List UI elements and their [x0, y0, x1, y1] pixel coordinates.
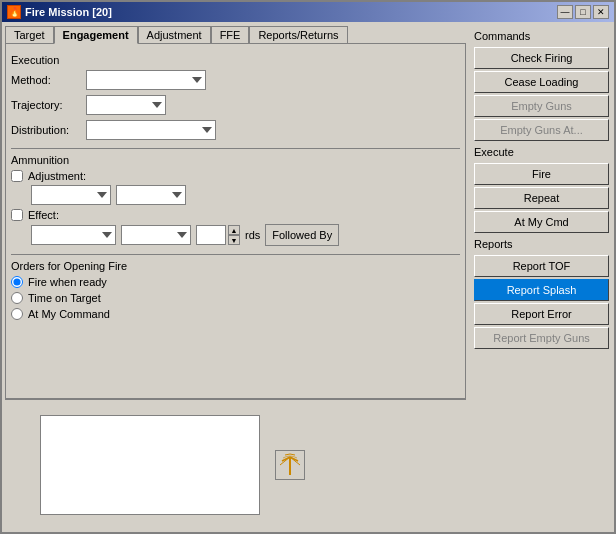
empty-guns-button[interactable]: Empty Guns	[474, 95, 609, 117]
radio-at-my-command[interactable]	[11, 308, 23, 320]
svg-rect-0	[289, 465, 291, 475]
execution-label: Execution	[11, 54, 460, 66]
tab-bar: Target Engagement Adjustment FFE Reports…	[5, 25, 466, 43]
orders-label: Orders for Opening Fire	[11, 260, 460, 272]
ammunition-label: Ammunition	[11, 154, 460, 166]
radio-row-2: Time on Target	[11, 292, 460, 304]
report-empty-guns-button[interactable]: Report Empty Guns	[474, 327, 609, 349]
adjustment-select-1[interactable]	[31, 185, 111, 205]
trajectory-label: Trajectory:	[11, 99, 81, 111]
divider-2	[11, 254, 460, 255]
report-tof-button[interactable]: Report TOF	[474, 255, 609, 277]
tab-target[interactable]: Target	[5, 26, 54, 44]
tab-reports-returns[interactable]: Reports/Returns	[249, 26, 347, 44]
effect-select-1[interactable]	[31, 225, 116, 245]
followed-by-button[interactable]: Followed By	[265, 224, 339, 246]
title-bar: 🔥 Fire Mission [20] — □ ✕	[2, 2, 614, 22]
tab-content-engagement: Execution Method: Trajectory: Distributi…	[5, 43, 466, 399]
divider-1	[11, 148, 460, 149]
repeat-button[interactable]: Repeat	[474, 187, 609, 209]
effect-sub-row: 5 ▲ ▼ rds Followed By	[31, 224, 460, 246]
spinner-buttons: ▲ ▼	[228, 225, 240, 245]
method-row: Method:	[11, 70, 460, 90]
window-title: Fire Mission [20]	[25, 6, 112, 18]
radio-label-at-my-command: At My Command	[28, 308, 110, 320]
report-error-button[interactable]: Report Error	[474, 303, 609, 325]
rounds-label: rds	[245, 229, 260, 241]
radio-time-on-target[interactable]	[11, 292, 23, 304]
close-button[interactable]: ✕	[593, 5, 609, 19]
radio-label-fire-when-ready: Fire when ready	[28, 276, 107, 288]
right-panel: Commands Check Firing Cease Loading Empt…	[469, 22, 614, 532]
main-panel: Target Engagement Adjustment FFE Reports…	[2, 22, 469, 532]
trajectory-select[interactable]	[86, 95, 166, 115]
tab-adjustment[interactable]: Adjustment	[138, 26, 211, 44]
radio-row-3: At My Command	[11, 308, 460, 320]
method-label: Method:	[11, 74, 81, 86]
radio-label-time-on-target: Time on Target	[28, 292, 101, 304]
svg-line-4	[280, 457, 290, 465]
method-select[interactable]	[86, 70, 206, 90]
distribution-row: Distribution:	[11, 120, 460, 140]
execute-section-label: Execute	[474, 146, 609, 158]
rounds-input[interactable]: 5	[196, 225, 226, 245]
content-area: Target Engagement Adjustment FFE Reports…	[2, 22, 614, 532]
adjustment-checkbox-row: Adjustment:	[11, 170, 460, 182]
window-icon: 🔥	[7, 5, 21, 19]
distribution-select[interactable]	[86, 120, 216, 140]
fire-button[interactable]: Fire	[474, 163, 609, 185]
check-firing-button[interactable]: Check Firing	[474, 47, 609, 69]
maximize-button[interactable]: □	[575, 5, 591, 19]
minimize-button[interactable]: —	[557, 5, 573, 19]
radio-row-1: Fire when ready	[11, 276, 460, 288]
spinner-up[interactable]: ▲	[228, 225, 240, 235]
reports-section-label: Reports	[474, 238, 609, 250]
report-splash-button[interactable]: Report Splash	[474, 279, 609, 301]
rounds-spinner: 5 ▲ ▼	[196, 225, 240, 245]
svg-line-5	[290, 457, 300, 465]
effect-checkbox[interactable]	[11, 209, 23, 221]
adjustment-sub-row	[31, 185, 460, 205]
main-window: 🔥 Fire Mission [20] — □ ✕ Target Engagem…	[0, 0, 616, 534]
trajectory-row: Trajectory:	[11, 95, 460, 115]
title-bar-controls: — □ ✕	[557, 5, 609, 19]
effect-label: Effect:	[28, 209, 59, 221]
antenna-svg	[278, 453, 302, 477]
adjustment-checkbox[interactable]	[11, 170, 23, 182]
tab-ffe[interactable]: FFE	[211, 26, 250, 44]
radio-fire-when-ready[interactable]	[11, 276, 23, 288]
at-my-cmd-button[interactable]: At My Cmd	[474, 211, 609, 233]
antenna-icon	[275, 450, 305, 480]
spinner-down[interactable]: ▼	[228, 235, 240, 245]
bottom-area	[5, 399, 466, 529]
effect-select-2[interactable]	[121, 225, 191, 245]
empty-guns-at-button[interactable]: Empty Guns At...	[474, 119, 609, 141]
bottom-display	[40, 415, 260, 515]
adjustment-label: Adjustment:	[28, 170, 86, 182]
adjustment-select-2[interactable]	[116, 185, 186, 205]
tab-engagement[interactable]: Engagement	[54, 26, 138, 44]
effect-checkbox-row: Effect:	[11, 209, 460, 221]
cease-loading-button[interactable]: Cease Loading	[474, 71, 609, 93]
distribution-label: Distribution:	[11, 124, 81, 136]
commands-section-label: Commands	[474, 30, 609, 42]
